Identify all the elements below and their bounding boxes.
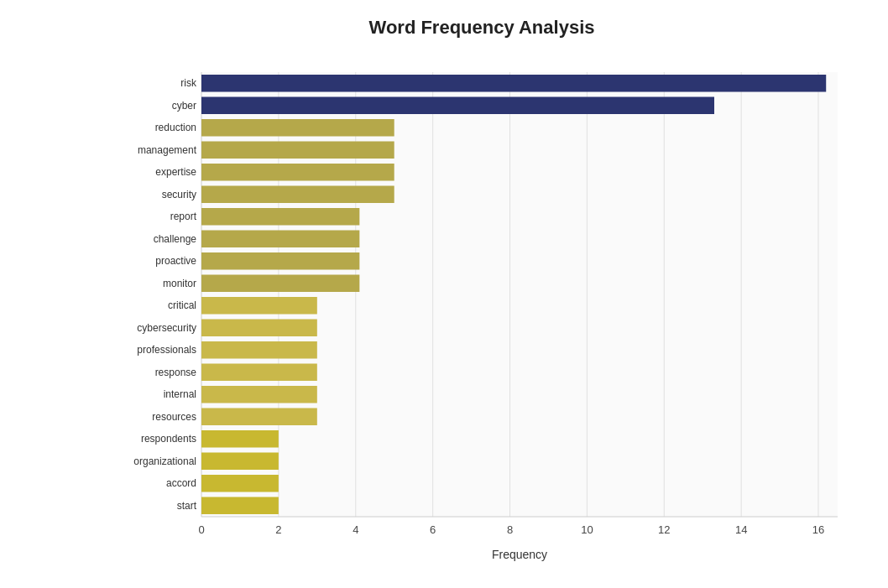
svg-text:Frequency: Frequency [492,548,547,561]
svg-rect-23 [201,97,714,115]
svg-text:reduction: reduction [155,122,196,133]
chart-container: Word Frequency Analysis 0246810121416Fre… [0,0,888,588]
svg-rect-59 [201,497,279,515]
svg-text:expertise: expertise [155,166,196,178]
svg-text:cyber: cyber [172,100,196,112]
svg-text:start: start [177,500,197,512]
svg-text:6: 6 [430,523,436,536]
svg-text:management: management [138,144,197,156]
svg-text:cybersecurity: cybersecurity [137,322,196,334]
svg-rect-39 [201,275,359,293]
svg-text:accord: accord [166,477,196,489]
svg-rect-37 [201,252,359,270]
svg-rect-49 [201,386,317,403]
svg-rect-31 [201,186,394,204]
svg-text:report: report [170,211,197,222]
svg-rect-47 [201,364,317,382]
svg-rect-0 [201,72,838,517]
svg-text:0: 0 [198,523,204,536]
svg-text:security: security [162,189,196,200]
svg-rect-29 [201,164,394,181]
svg-text:resources: resources [152,411,196,423]
svg-text:response: response [155,367,197,378]
svg-rect-35 [201,231,359,248]
chart-title: Word Frequency Analysis [109,17,854,39]
svg-text:14: 14 [735,523,747,536]
svg-rect-53 [201,430,279,448]
svg-rect-25 [201,119,394,137]
svg-text:challenge: challenge [154,233,197,245]
svg-rect-45 [201,341,317,359]
svg-text:critical: critical [168,299,196,311]
svg-rect-55 [201,453,279,471]
svg-text:professionals: professionals [137,344,196,356]
svg-rect-33 [201,208,359,226]
svg-text:monitor: monitor [163,278,196,289]
svg-rect-41 [201,297,317,315]
svg-text:respondents: respondents [141,433,196,445]
svg-text:internal: internal [164,388,196,400]
svg-rect-51 [201,408,317,426]
svg-text:organizational: organizational [133,455,196,467]
svg-text:8: 8 [507,523,513,536]
svg-text:4: 4 [353,523,358,536]
svg-rect-57 [201,475,279,492]
svg-text:10: 10 [581,523,593,536]
svg-text:proactive: proactive [155,255,196,267]
svg-text:16: 16 [812,523,824,536]
svg-text:risk: risk [180,77,197,89]
svg-rect-21 [201,75,826,92]
svg-text:12: 12 [658,523,670,536]
chart-svg: 0246810121416Frequencyriskcyberreduction… [109,55,854,575]
svg-rect-43 [201,320,317,337]
svg-text:2: 2 [275,523,281,536]
svg-rect-27 [201,142,394,159]
